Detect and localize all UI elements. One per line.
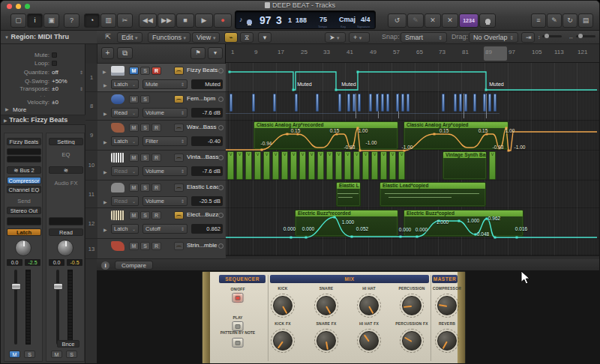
midi-region[interactable]: Elastic Lead*copied: [380, 182, 486, 207]
track-mute-button[interactable]: M: [129, 242, 139, 250]
solo-button[interactable]: S: [24, 351, 35, 358]
automation-param-menu[interactable]: Filter⇕: [142, 136, 188, 146]
track-header-8[interactable]: MSFem...bpm▶Read⌄Volume⇕-7.6 dB: [98, 92, 226, 121]
track-solo-button[interactable]: S: [140, 67, 150, 75]
play-button[interactable]: ▶: [195, 13, 213, 28]
track-solo-button[interactable]: S: [140, 211, 150, 219]
bounce-button[interactable]: Bnce: [57, 340, 80, 348]
stop-button[interactable]: ■: [176, 13, 194, 28]
audio-slice-bar[interactable]: [386, 94, 389, 112]
midi-region-small[interactable]: V: [380, 151, 387, 180]
track-power-icon[interactable]: [218, 185, 224, 190]
automation-disclosure-triangle[interactable]: ▶: [104, 199, 107, 204]
midi-region-small[interactable]: V: [281, 151, 288, 180]
hi-hat-fx-knob[interactable]: [359, 331, 379, 351]
automation-badge-icon[interactable]: [174, 242, 184, 250]
cycle-button[interactable]: ↺: [388, 13, 406, 28]
plugin-info-button[interactable]: i: [101, 261, 110, 270]
automation-value[interactable]: Muted: [191, 79, 223, 89]
apple-loops-button[interactable]: ↻: [562, 13, 578, 28]
quick-help-button[interactable]: ?: [64, 13, 80, 28]
audio-slice-bar[interactable]: [401, 94, 404, 112]
editors-button[interactable]: ✂: [117, 13, 133, 28]
automation-param-menu[interactable]: Mute⇕: [142, 79, 188, 89]
audio-slice-bar[interactable]: [473, 94, 476, 112]
reverb-knob[interactable]: [437, 331, 457, 351]
lane-0[interactable]: [226, 63, 599, 92]
automation-badge-icon[interactable]: [174, 154, 184, 162]
audio-slice-bar[interactable]: [252, 94, 255, 112]
midi-region-small[interactable]: V: [371, 151, 378, 180]
track-mute-button[interactable]: M: [129, 211, 139, 219]
group-slot[interactable]: [7, 217, 41, 225]
track-header-11[interactable]: MSRElastic Lead▶Read⌄Volume⇕-20.5 dB: [98, 181, 226, 208]
midi-region-small[interactable]: V: [254, 151, 261, 180]
audio-slice-bar[interactable]: [396, 94, 399, 112]
record-button[interactable]: ●: [214, 13, 232, 28]
automation-badge-icon[interactable]: [174, 183, 184, 192]
flex-toggle-button[interactable]: ⧖: [240, 32, 254, 43]
region-inspector-header[interactable]: ▼ Region: MIDI Thru: [1, 31, 97, 44]
audio-slice-bar[interactable]: [494, 94, 496, 112]
track-disclosure-triangle[interactable]: ▶: [103, 69, 106, 74]
automation-value[interactable]: -7.6 dB: [191, 166, 223, 176]
track-header-10[interactable]: MSRVinta...Bass▶Read⌄Volume⇕-7.6 dB: [98, 151, 226, 181]
automation-param-menu[interactable]: Cutoff⇕: [142, 224, 188, 234]
track-name[interactable]: Wav...Bass: [187, 124, 218, 130]
audio-slice-bar[interactable]: [358, 94, 361, 112]
percussion-fx-knob[interactable]: [402, 331, 422, 351]
toolbar-button[interactable]: ▣: [44, 13, 59, 28]
browsers-button[interactable]: ▤: [578, 13, 593, 28]
audio-slice-bar[interactable]: [454, 94, 457, 112]
count-in-button[interactable]: 1234: [459, 13, 478, 28]
snare-fx-knob[interactable]: [316, 331, 336, 351]
param-value[interactable]: off: [52, 68, 58, 76]
output-mute-button[interactable]: M: [51, 351, 62, 358]
audio-slice-bar[interactable]: [338, 94, 341, 112]
output-volume-value[interactable]: -0.5: [67, 259, 82, 266]
percussion-knob[interactable]: [402, 296, 422, 315]
output-pan-knob[interactable]: [57, 240, 74, 256]
automation-mode-menu[interactable]: Read⌄: [111, 196, 139, 206]
region-more-disclosure[interactable]: ▶More: [1, 106, 86, 114]
track-name[interactable]: Elect...Buzz: [187, 211, 218, 218]
track-mute-button[interactable]: M: [129, 183, 139, 192]
midi-region-small[interactable]: V: [317, 151, 324, 180]
midi-region[interactable]: Vintage Synth Bas: [442, 151, 487, 180]
audio-slice-bar[interactable]: [464, 94, 467, 112]
track-record-button[interactable]: R: [152, 67, 161, 75]
pattern-by-note-button[interactable]: [232, 338, 244, 348]
track-name[interactable]: Elastic Lead: [187, 183, 218, 190]
vertical-zoom-slider[interactable]: ↕: [538, 32, 562, 43]
kick-knob[interactable]: [273, 296, 292, 315]
midi-region-small[interactable]: V: [326, 151, 333, 180]
track-record-button[interactable]: R: [152, 242, 161, 250]
midi-region-small[interactable]: V: [398, 151, 405, 180]
automation-toggle-button[interactable]: ⌁: [224, 32, 238, 43]
insert-compressor[interactable]: Compressor: [7, 177, 41, 184]
smart-controls-button[interactable]: ◔: [84, 13, 100, 28]
automation-param-menu[interactable]: Volume⇕: [142, 108, 188, 118]
edit-menu[interactable]: Edit ▾: [117, 32, 142, 43]
automation-disclosure-triangle[interactable]: ▶: [104, 111, 107, 116]
audio-slice-bar[interactable]: [295, 94, 298, 112]
track-solo-button[interactable]: S: [140, 124, 150, 132]
audio-slice-bar[interactable]: [369, 94, 372, 112]
track-header-1[interactable]: ▶MSRFizzy Beats▶Latch⌄Mute⇕Muted: [98, 64, 226, 92]
bar-ruler[interactable]: 191725334149576573818997105113121: [226, 44, 599, 63]
track-power-icon[interactable]: [218, 125, 224, 130]
output-fader-track[interactable]: [56, 270, 59, 345]
midi-region-small[interactable]: V: [308, 151, 315, 180]
horizontal-zoom-slider[interactable]: ↔: [568, 32, 596, 43]
solo-mode-button[interactable]: ✕: [442, 13, 458, 28]
automation-mode-menu[interactable]: Read⌄: [111, 108, 139, 118]
audio-slice-bar[interactable]: [483, 94, 486, 112]
automation-mode-menu[interactable]: Latch⌄: [111, 224, 139, 234]
note-pads-button[interactable]: ✎: [547, 13, 562, 28]
midi-region[interactable]: Electric Buzz*copied: [404, 210, 524, 237]
track-record-button[interactable]: R: [152, 183, 161, 192]
autopunch-button[interactable]: ✎: [407, 13, 424, 28]
replace-button[interactable]: ✕: [424, 13, 441, 28]
automation-mode-menu[interactable]: Read⌄: [111, 166, 139, 176]
volume-value[interactable]: -2.5: [25, 259, 40, 266]
